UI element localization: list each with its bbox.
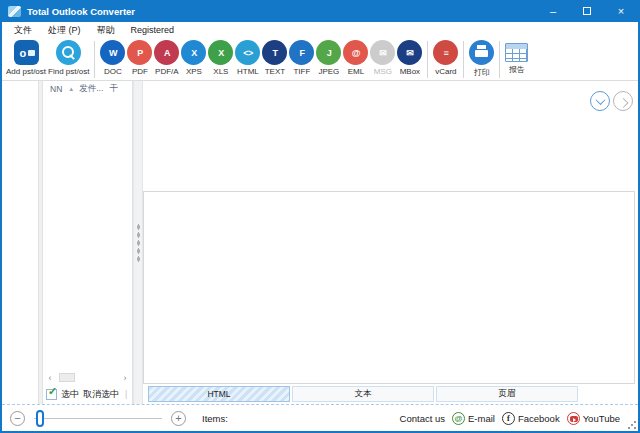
chevron-down-icon bbox=[595, 95, 605, 105]
contact-us-link[interactable]: Contact us bbox=[400, 413, 445, 424]
menu-process[interactable]: 处理 (P) bbox=[40, 24, 89, 37]
menu-registered[interactable]: Registered bbox=[123, 25, 183, 35]
column-header-nn[interactable]: NN bbox=[50, 84, 62, 94]
toolbar-button-jpeg[interactable]: J JPEG bbox=[316, 40, 341, 76]
column-header-sender[interactable]: 发件... bbox=[79, 83, 103, 95]
xps-icon: X bbox=[181, 40, 206, 65]
youtube-icon bbox=[567, 412, 580, 425]
selection-toolbar: ✓ 选中 取消选中 | bbox=[43, 384, 132, 404]
toolbar-button-msg: ✉ MSG bbox=[370, 40, 395, 76]
next-button[interactable] bbox=[613, 91, 633, 111]
toolbar-label: Find pst/ost bbox=[48, 67, 89, 76]
toolbar-button-xls[interactable]: X XLS bbox=[208, 40, 233, 76]
toolbar-label: vCard bbox=[435, 67, 456, 76]
toolbar-button-xps[interactable]: X XPS bbox=[181, 40, 206, 76]
toolbar-label: EML bbox=[348, 67, 364, 76]
message-preview-content[interactable] bbox=[143, 191, 635, 384]
message-header-area bbox=[143, 81, 638, 191]
menu-file[interactable]: 文件 bbox=[6, 24, 40, 37]
status-bar: − + Items: Contact us @ E-mail f Faceboo… bbox=[2, 404, 638, 431]
scrollbar-track[interactable] bbox=[54, 373, 121, 382]
toolbar-button-print[interactable]: 打印 bbox=[469, 40, 494, 78]
youtube-label: YouTube bbox=[583, 413, 620, 424]
toolbar-label: JPEG bbox=[318, 67, 339, 76]
app-window: Total Outlook Converter – × 文件 处理 (P) 帮助… bbox=[0, 0, 640, 433]
zoom-in-button[interactable]: + bbox=[171, 411, 186, 426]
expand-button[interactable] bbox=[590, 91, 610, 111]
doc-icon: W bbox=[100, 40, 125, 65]
close-button[interactable]: × bbox=[604, 0, 638, 22]
horizontal-scrollbar[interactable]: ‹ › bbox=[43, 371, 132, 384]
window-controls: – × bbox=[536, 0, 638, 22]
resize-grip[interactable] bbox=[627, 420, 636, 429]
toolbar-separator bbox=[499, 41, 500, 78]
chevron-right-icon bbox=[618, 97, 628, 107]
toolbar-button-html[interactable]: <> HTML bbox=[235, 40, 260, 76]
toolbar-label: XPS bbox=[186, 67, 202, 76]
pdf-icon: P bbox=[127, 40, 152, 65]
deselect-button[interactable]: 取消选中 bbox=[83, 388, 119, 401]
email-label: E-mail bbox=[468, 413, 495, 424]
vcard-icon: ≡ bbox=[433, 40, 458, 65]
toolbar-button-tiff[interactable]: F TIFF bbox=[289, 40, 314, 76]
select-button[interactable]: 选中 bbox=[61, 388, 79, 401]
scroll-right-arrow[interactable]: › bbox=[121, 373, 129, 383]
maximize-button[interactable] bbox=[570, 0, 604, 22]
slider-thumb[interactable] bbox=[36, 410, 44, 427]
toolbar-label: PDF/A bbox=[155, 67, 179, 76]
toolbar-button-text[interactable]: T TEXT bbox=[262, 40, 287, 76]
outlook-add-icon: o bbox=[14, 40, 39, 65]
scroll-left-arrow[interactable]: ‹ bbox=[46, 373, 54, 383]
zoom-slider[interactable] bbox=[34, 410, 162, 427]
toolbar-label: DOC bbox=[104, 67, 122, 76]
toolbar-label: PDF bbox=[132, 67, 148, 76]
toolbar-label: 报告 bbox=[509, 64, 525, 75]
toolbar-button-report[interactable]: 报告 bbox=[505, 40, 528, 75]
message-list-body[interactable] bbox=[43, 96, 132, 371]
toolbar-label: TIFF bbox=[293, 67, 310, 76]
xls-icon: X bbox=[208, 40, 233, 65]
toolbar-button-add-pst[interactable]: o Add pst/ost bbox=[6, 40, 46, 76]
toolbar-label: TEXT bbox=[265, 67, 285, 76]
nav-buttons bbox=[590, 91, 633, 111]
folder-tree-panel[interactable] bbox=[2, 81, 39, 404]
toolbar-separator bbox=[427, 41, 428, 78]
jpeg-icon: J bbox=[316, 40, 341, 65]
tab-headers[interactable]: 页眉 bbox=[436, 386, 578, 402]
html-icon: <> bbox=[235, 40, 260, 65]
title-bar: Total Outlook Converter – × bbox=[2, 0, 638, 22]
menu-bar: 文件 处理 (P) 帮助 Registered bbox=[2, 22, 638, 38]
slider-track bbox=[34, 418, 162, 419]
toolbar-button-eml[interactable]: @ EML bbox=[343, 40, 368, 76]
window-title: Total Outlook Converter bbox=[27, 6, 135, 17]
menu-help[interactable]: 帮助 bbox=[89, 24, 123, 37]
column-header-subject[interactable]: 干 bbox=[109, 83, 118, 95]
toolbar-button-mbox[interactable]: ✉ MBox bbox=[397, 40, 422, 76]
maximize-icon bbox=[583, 7, 591, 15]
tab-html[interactable]: HTML bbox=[148, 386, 290, 402]
toolbar-button-find-pst[interactable]: Find pst/ost bbox=[48, 40, 89, 76]
email-icon: @ bbox=[452, 412, 465, 425]
toolbar-button-pdf[interactable]: P PDF bbox=[127, 40, 152, 76]
facebook-icon: f bbox=[502, 412, 515, 425]
report-grid-icon bbox=[505, 43, 528, 62]
toolbar-label: Add pst/ost bbox=[6, 67, 46, 76]
toolbar: o Add pst/ost Find pst/ost W DOC P PDF A… bbox=[2, 38, 638, 81]
toolbar-button-pdfa[interactable]: A PDF/A bbox=[154, 40, 179, 76]
zoom-out-button[interactable]: − bbox=[10, 411, 25, 426]
youtube-link[interactable]: YouTube bbox=[567, 412, 620, 425]
toolbar-button-vcard[interactable]: ≡ vCard bbox=[433, 40, 458, 76]
message-list-panel: NN ▲ 发件... 干 ‹ › ✓ 选中 取消选中 | bbox=[43, 81, 133, 404]
list-splitter[interactable] bbox=[133, 81, 143, 404]
toolbar-label: 打印 bbox=[474, 67, 490, 78]
scrollbar-thumb[interactable] bbox=[59, 373, 75, 382]
printer-icon bbox=[469, 40, 494, 65]
tab-text[interactable]: 文本 bbox=[292, 386, 434, 402]
items-count-label: Items: bbox=[202, 413, 228, 424]
minimize-button[interactable]: – bbox=[536, 0, 570, 22]
facebook-link[interactable]: f Facebook bbox=[502, 412, 560, 425]
app-icon bbox=[8, 6, 21, 17]
toolbar-button-doc[interactable]: W DOC bbox=[100, 40, 125, 76]
email-link[interactable]: @ E-mail bbox=[452, 412, 495, 425]
toolbar-label: XLS bbox=[213, 67, 228, 76]
